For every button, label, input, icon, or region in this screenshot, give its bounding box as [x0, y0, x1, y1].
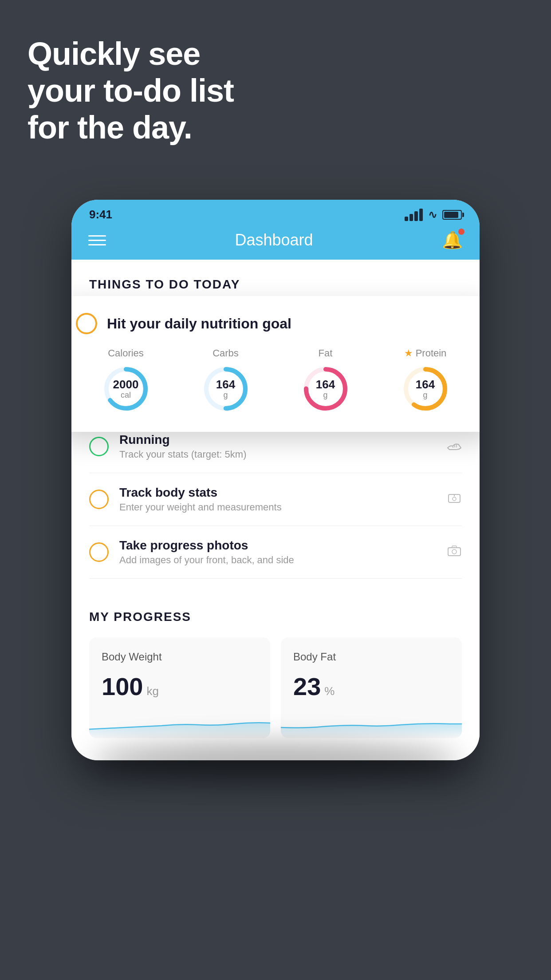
todo-subtitle-running: Track your stats (target: 5km) [119, 449, 436, 460]
body-fat-unit: % [324, 684, 335, 698]
ring-calories: 2000 cal [102, 364, 150, 413]
ring-protein: 164 g [401, 364, 450, 413]
nutrition-label-carbs: Carbs [213, 348, 239, 359]
photo-icon [447, 544, 462, 561]
protein-value: 164 [416, 378, 435, 391]
nutrition-label-calories: Calories [108, 348, 144, 359]
nutrition-item-fat: Fat 164 g [301, 348, 350, 413]
progress-header: MY PROGRESS [89, 610, 462, 624]
notification-dot [458, 229, 464, 235]
hamburger-menu[interactable] [88, 235, 106, 245]
todo-text-body-stats: Track body stats Enter your weight and m… [119, 486, 436, 513]
carbs-value: 164 [216, 378, 235, 391]
card-title-row: Hit your daily nutrition goal [76, 313, 475, 334]
ring-fat: 164 g [301, 364, 350, 413]
scale-icon [447, 491, 462, 508]
todo-subtitle-photos: Add images of your front, back, and side [119, 554, 436, 566]
status-icons: ∿ [405, 209, 462, 221]
body-fat-card: Body Fat 23 % [281, 637, 462, 738]
nutrition-label-protein: Protein [416, 348, 447, 359]
progress-section: MY PROGRESS Body Weight 100 kg [71, 592, 480, 760]
body-fat-chart [281, 711, 462, 738]
nutrition-item-calories: Calories 2000 cal [102, 348, 150, 413]
nutrition-label-fat: Fat [319, 348, 333, 359]
todo-title-photos: Take progress photos [119, 538, 436, 553]
todo-item-progress-photos[interactable]: Take progress photos Add images of your … [89, 526, 462, 579]
ring-carbs: 164 g [201, 364, 250, 413]
nutrition-row: Calories 2000 cal [76, 348, 475, 413]
body-fat-title: Body Fat [293, 651, 449, 663]
phone-frame: 9:41 ∿ Dashboard 🔔 [71, 200, 480, 760]
phone-wrapper: 9:41 ∿ Dashboard 🔔 [71, 200, 480, 760]
body-weight-card: Body Weight 100 kg [89, 637, 270, 738]
hero-line2: your to-do list [28, 72, 234, 109]
body-fat-value: 23 [293, 672, 321, 701]
nutrition-label-protein-row: ★ Protein [404, 348, 447, 359]
fat-unit: g [316, 391, 335, 399]
ring-center-fat: 164 g [316, 378, 335, 399]
nav-bar: Dashboard 🔔 [71, 226, 480, 260]
nutrition-item-protein: ★ Protein 164 g [401, 348, 450, 413]
content-area: THINGS TO DO TODAY Hit your daily nutrit… [71, 260, 480, 760]
nutrition-item-carbs: Carbs 164 g [201, 348, 250, 413]
calories-value: 2000 [113, 378, 139, 391]
ring-center-calories: 2000 cal [113, 378, 139, 399]
todo-text-photos: Take progress photos Add images of your … [119, 538, 436, 566]
hero-text: Quickly see your to-do list for the day. [28, 36, 234, 146]
svg-point-9 [453, 497, 456, 501]
todo-subtitle-body-stats: Enter your weight and measurements [119, 502, 436, 513]
body-weight-title: Body Weight [102, 651, 258, 663]
todo-section: Running Track your stats (target: 5km) [71, 420, 480, 579]
todo-text-running: Running Track your stats (target: 5km) [119, 433, 436, 460]
body-weight-unit: kg [146, 684, 158, 698]
todo-title-body-stats: Track body stats [119, 486, 436, 500]
ring-center-carbs: 164 g [216, 378, 235, 399]
body-fat-value-row: 23 % [293, 672, 449, 701]
todo-circle-running [89, 437, 109, 456]
hero-line3: for the day. [28, 109, 234, 146]
calories-unit: cal [113, 391, 139, 399]
wifi-icon: ∿ [428, 209, 437, 221]
todo-circle-body-stats [89, 490, 109, 509]
card-title: Hit your daily nutrition goal [107, 316, 291, 332]
body-weight-value: 100 [102, 672, 143, 701]
todo-title-running: Running [119, 433, 436, 447]
body-weight-value-row: 100 kg [102, 672, 258, 701]
body-weight-chart [89, 711, 270, 738]
notification-bell[interactable]: 🔔 [442, 230, 463, 250]
shoe-icon [447, 439, 462, 455]
battery-icon [442, 210, 462, 220]
hero-line1: Quickly see [28, 36, 234, 72]
status-time: 9:41 [89, 208, 112, 221]
signal-icon [405, 209, 423, 221]
status-bar: 9:41 ∿ [71, 200, 480, 226]
progress-cards: Body Weight 100 kg [89, 637, 462, 760]
card-circle-indicator [76, 313, 97, 334]
svg-point-11 [452, 549, 457, 554]
nav-title: Dashboard [235, 231, 313, 249]
nutrition-card: Hit your daily nutrition goal Calories [71, 296, 480, 432]
svg-rect-10 [448, 548, 460, 556]
ring-center-protein: 164 g [416, 378, 435, 399]
star-icon: ★ [404, 348, 413, 359]
todo-circle-photos [89, 542, 109, 562]
carbs-unit: g [216, 391, 235, 399]
fat-value: 164 [316, 378, 335, 391]
protein-unit: g [416, 391, 435, 399]
todo-item-body-stats[interactable]: Track body stats Enter your weight and m… [89, 473, 462, 526]
